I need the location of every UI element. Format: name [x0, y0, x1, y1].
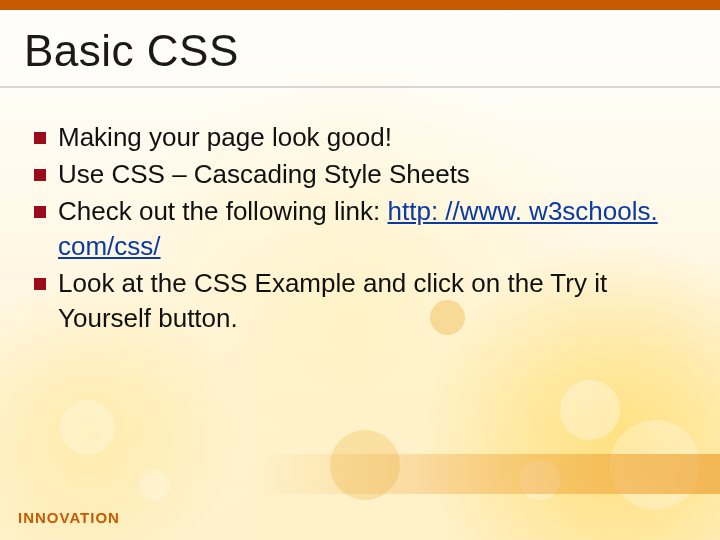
square-bullet-icon — [34, 169, 46, 181]
list-item-text-before: Check out the following link: — [58, 196, 388, 226]
list-item-text: Check out the following link: http: //ww… — [58, 194, 686, 264]
list-item-text: Making your page look good! — [58, 120, 686, 155]
list-item: Check out the following link: http: //ww… — [34, 194, 686, 264]
list-item: Making your page look good! — [34, 120, 686, 155]
top-accent-bar — [0, 0, 720, 10]
list-item-text: Use CSS – Cascading Style Sheets — [58, 157, 686, 192]
slide-title: Basic CSS — [24, 26, 696, 76]
title-area: Basic CSS — [0, 10, 720, 88]
footer: INNOVATION — [0, 499, 720, 540]
slide: Basic CSS Making your page look good! Us… — [0, 0, 720, 540]
brand-logo: INNOVATION — [18, 509, 120, 526]
list-item: Look at the CSS Example and click on the… — [34, 266, 686, 336]
list-item: Use CSS – Cascading Style Sheets — [34, 157, 686, 192]
slide-body: Making your page look good! Use CSS – Ca… — [0, 94, 720, 337]
square-bullet-icon — [34, 206, 46, 218]
list-item-text: Look at the CSS Example and click on the… — [58, 266, 686, 336]
square-bullet-icon — [34, 132, 46, 144]
square-bullet-icon — [34, 278, 46, 290]
